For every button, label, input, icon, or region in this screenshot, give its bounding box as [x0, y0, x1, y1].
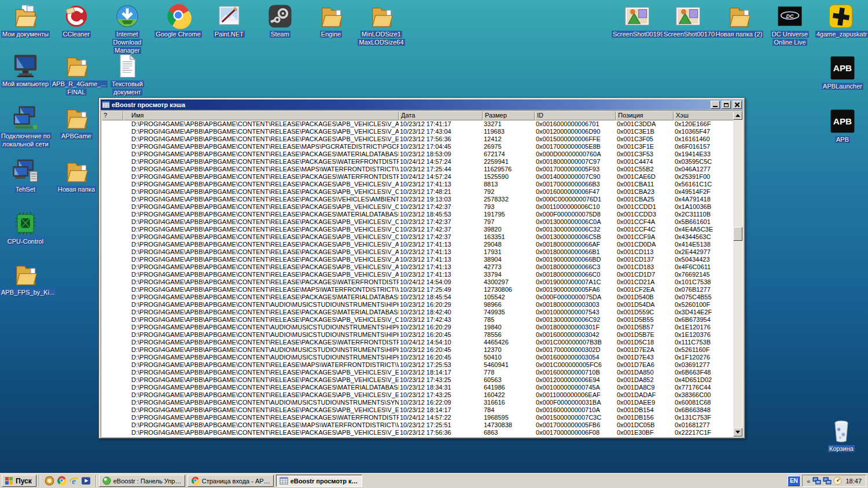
desktop-icon-recycle-bin[interactable]: Корзина	[816, 418, 867, 453]
table-row[interactable]: D:\PROGI\4GAME\APBB\APBGAME\CONTENT\RELE…	[101, 135, 734, 143]
table-row[interactable]: D:\PROGI\4GAME\APBB\APBGAME\CONTENT\RELE…	[101, 173, 734, 181]
desktop-icon-4game-zapuskatr[interactable]: 4game_zapuskatr	[815, 3, 866, 38]
desktop-icon-novaya-papka-2[interactable]: Новая папка (2)	[713, 3, 764, 38]
column-header-1[interactable]: Имя	[123, 111, 399, 120]
table-row[interactable]: D:\PROGI\4GAME\APBB\APBGAME\CONTENT\RELE…	[101, 384, 734, 391]
desktop-icon-novaya-papka[interactable]: Новая папка	[51, 159, 102, 193]
close-button[interactable]	[733, 101, 742, 109]
desktop-icon-apb[interactable]: APBAPB	[817, 109, 868, 144]
network-tray-icon[interactable]	[812, 476, 821, 485]
table-row[interactable]: D:\PROGI\4GAME\APBB\APBGAME\CONTENT\RELE…	[101, 181, 734, 188]
table-row[interactable]: D:\PROGI\4GAME\APBB\APBGAME\CONTENT\RELE…	[101, 226, 734, 233]
quick-launch-media-player-icon[interactable]	[81, 476, 91, 486]
taskbar-clock[interactable]: 18:47	[844, 478, 862, 485]
desktop-icon-cpu-control[interactable]: CPU-Control	[0, 211, 51, 245]
table-row[interactable]: D:\PROGI\4GAME\APBB\APBGAME\CONTENT\AUDI…	[101, 331, 734, 339]
scroll-up-button[interactable]	[733, 111, 742, 120]
table-row[interactable]: D:\PROGI\4GAME\APBB\APBGAME\CONTENT\RELE…	[101, 369, 734, 376]
quick-launch-alcohol-icon[interactable]	[45, 476, 54, 486]
desktop-icon-apblauncher[interactable]: APBAPBLauncher	[817, 56, 868, 90]
column-header-5[interactable]: Позиция	[616, 111, 674, 120]
scrollbar-thumb[interactable]	[733, 227, 742, 241]
table-cell: 0x0016000000003042	[535, 331, 616, 339]
column-header-4[interactable]: ID	[535, 111, 616, 120]
network-tray-icon[interactable]	[823, 476, 832, 485]
table-row[interactable]: D:\PROGI\4GAME\APBB\APBGAME\CONTENT\RELE…	[101, 196, 734, 203]
desktop-background[interactable]: Мои документыCCleanerInternet Download M…	[0, 0, 868, 488]
vertical-scrollbar[interactable]	[733, 111, 742, 436]
desktop-icon-tehset[interactable]: TehSet	[0, 159, 51, 193]
table-row[interactable]: D:\PROGI\4GAME\APBB\APBGAME\CONTENT\RELE…	[101, 188, 734, 196]
table-row[interactable]: D:\PROGI\4GAME\APBB\APBGAME\CONTENT\RELE…	[101, 293, 734, 301]
table-row[interactable]: D:\PROGI\4GAME\APBB\APBGAME\CONTENT\RELE…	[101, 233, 734, 241]
table-row[interactable]: D:\PROGI\4GAME\APBB\APBGAME\CONTENT\RELE…	[101, 429, 734, 436]
language-indicator[interactable]: EN	[788, 476, 800, 486]
quick-launch-bar: e	[42, 476, 93, 486]
table-row[interactable]: D:\PROGI\4GAME\APBB\APBGAME\CONTENT\RELE…	[101, 286, 734, 293]
table-row[interactable]: D:\PROGI\4GAME\APBB\APBGAME\CONTENT\AUDI…	[101, 399, 734, 406]
scroll-down-button[interactable]	[733, 428, 742, 436]
column-header-2[interactable]: Дата	[399, 111, 483, 120]
desktop-icon-ccleaner[interactable]: CCleaner	[51, 3, 102, 38]
maximize-button[interactable]	[722, 101, 731, 109]
table-row[interactable]: D:\PROGI\4GAME\APBB\APBGAME\CONTENT\RELE…	[101, 406, 734, 414]
quick-launch-ie-icon[interactable]: e	[69, 476, 79, 486]
minimize-button[interactable]	[711, 101, 720, 109]
table-row[interactable]: D:\PROGI\4GAME\APBB\APBGAME\CONTENT\RELE…	[101, 414, 734, 421]
table-row[interactable]: D:\PROGI\4GAME\APBB\APBGAME\CONTENT\AUDI…	[101, 301, 734, 309]
table-row[interactable]: D:\PROGI\4GAME\APBB\APBGAME\CONTENT\RELE…	[101, 256, 734, 263]
desktop-icon-screenshot00199[interactable]: ScreenShot00199	[612, 3, 663, 38]
table-row[interactable]: D:\PROGI\4GAME\APBB\APBGAME\CONTENT\RELE…	[101, 361, 734, 369]
table-row[interactable]: D:\PROGI\4GAME\APBB\APBGAME\CONTENT\RELE…	[101, 309, 734, 316]
table-row[interactable]: D:\PROGI\4GAME\APBB\APBGAME\CONTENT\RELE…	[101, 143, 734, 151]
gauge-tray-icon[interactable]	[833, 476, 842, 485]
column-header-0[interactable]: ?	[101, 111, 123, 120]
table-row[interactable]: D:\PROGI\4GAME\APBB\APBGAME\CONTENT\RELE…	[101, 166, 734, 173]
table-row[interactable]: D:\PROGI\4GAME\APBB\APBGAME\CONTENT\RELE…	[101, 120, 734, 128]
quick-launch-chrome-icon[interactable]	[57, 476, 67, 486]
desktop-icon-paint-net[interactable]: Paint.NET	[204, 3, 255, 38]
table-row[interactable]: D:\PROGI\4GAME\APBB\APBGAME\CONTENT\RELE…	[101, 218, 734, 226]
desktop-icon-my-documents[interactable]: Мои документы	[0, 3, 51, 38]
table-row[interactable]: D:\PROGI\4GAME\APBB\APBGAME\CONTENT\RELE…	[101, 421, 734, 429]
table-row[interactable]: D:\PROGI\4GAME\APBB\APBGAME\CONTENT\RELE…	[101, 151, 734, 158]
hidden-icons-chevron[interactable]: «	[807, 478, 810, 485]
desktop-icon-dc-universe-online[interactable]: DCDC Universe Online Live	[764, 3, 815, 46]
desktop-icon-screenshot00170[interactable]: ScreenShot00170	[663, 3, 713, 38]
desktop-icon-minlodsize[interactable]: MinLODSize1 MaxLODSize64	[356, 3, 407, 46]
table-row[interactable]: D:\PROGI\4GAME\APBB\APBGAME\CONTENT\RELE…	[101, 203, 734, 211]
start-button[interactable]: Пуск	[2, 475, 36, 487]
table-row[interactable]: D:\PROGI\4GAME\APBB\APBGAME\CONTENT\RELE…	[101, 278, 734, 286]
table-row[interactable]: D:\PROGI\4GAME\APBB\APBGAME\CONTENT\RELE…	[101, 339, 734, 346]
table-row[interactable]: D:\PROGI\4GAME\APBB\APBGAME\CONTENT\RELE…	[101, 316, 734, 324]
desktop-icon-text-document[interactable]: Текстовый документ	[102, 53, 153, 96]
task-button-1[interactable]: Страница входа - APB, ...	[187, 475, 274, 487]
desktop-icon-apb-r-4game-final[interactable]: APB_R_4Game_... FINAL	[51, 53, 102, 96]
task-button-2[interactable]: eBoostr просмотр кэ...	[276, 475, 362, 487]
table-row[interactable]: D:\PROGI\4GAME\APBB\APBGAME\CONTENT\RELE…	[101, 241, 734, 248]
table-row[interactable]: D:\PROGI\4GAME\APBB\APBGAME\CONTENT\AUDI…	[101, 346, 734, 354]
desktop-icon-steam[interactable]: Steam	[255, 3, 306, 38]
desktop-icon-apbgame[interactable]: APBGame	[51, 105, 102, 140]
window-titlebar[interactable]: eBoostr просмотр кэша	[101, 100, 743, 110]
desktop-icon-google-chrome[interactable]: Google Chrome	[153, 3, 204, 38]
desktop-icon-internet-download-manager[interactable]: Internet Download Manager	[102, 3, 153, 54]
table-row[interactable]: D:\PROGI\4GAME\APBB\APBGAME\CONTENT\RELE…	[101, 211, 734, 218]
desktop-icon-apb-fps[interactable]: APB_FPS_by_Ki...	[0, 262, 51, 296]
table-row[interactable]: D:\PROGI\4GAME\APBB\APBGAME\CONTENT\RELE…	[101, 128, 734, 135]
table-row[interactable]: D:\PROGI\4GAME\APBB\APBGAME\CONTENT\RELE…	[101, 248, 734, 256]
table-row[interactable]: D:\PROGI\4GAME\APBB\APBGAME\CONTENT\AUDI…	[101, 354, 734, 361]
table-cell: D:\PROGI\4GAME\APBB\APBGAME\CONTENT\RELE…	[123, 263, 399, 271]
desktop-icon-my-computer[interactable]: Мой компьютер	[0, 53, 51, 88]
table-row[interactable]: D:\PROGI\4GAME\APBB\APBGAME\CONTENT\RELE…	[101, 391, 734, 399]
table-row[interactable]: D:\PROGI\4GAME\APBB\APBGAME\CONTENT\RELE…	[101, 263, 734, 271]
column-header-6[interactable]: Хэш	[674, 111, 734, 120]
task-button-0[interactable]: eBoostr : Панель Управ...	[99, 475, 185, 487]
table-row[interactable]: D:\PROGI\4GAME\APBB\APBGAME\CONTENT\RELE…	[101, 376, 734, 384]
table-row[interactable]: D:\PROGI\4GAME\APBB\APBGAME\CONTENT\AUDI…	[101, 324, 734, 331]
table-row[interactable]: D:\PROGI\4GAME\APBB\APBGAME\CONTENT\RELE…	[101, 271, 734, 278]
desktop-icon-engine[interactable]: Engine	[306, 3, 356, 38]
column-header-3[interactable]: Размер	[483, 111, 535, 120]
desktop-icon-lan-connection[interactable]: Подключение по локальной сети	[0, 105, 51, 148]
table-row[interactable]: D:\PROGI\4GAME\APBB\APBGAME\CONTENT\RELE…	[101, 158, 734, 166]
